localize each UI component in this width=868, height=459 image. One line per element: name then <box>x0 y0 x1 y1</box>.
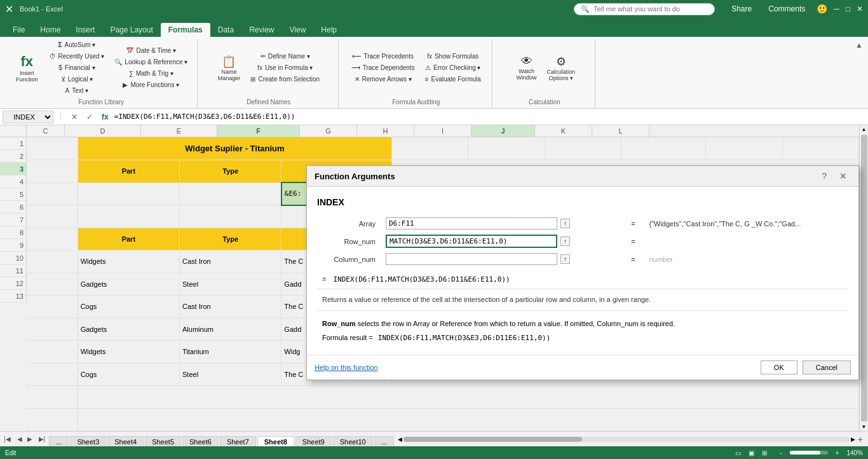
row-num-10[interactable]: 10 <box>0 252 27 264</box>
cell-e3[interactable] <box>180 182 281 205</box>
remove-arrows-button[interactable]: ✕ Remove Arrows ▾ <box>347 74 419 85</box>
cell-d10[interactable]: Widgets <box>78 341 179 364</box>
text-button[interactable]: A Text ▾ <box>45 85 109 96</box>
dialog-help-button[interactable]: ? <box>818 170 831 182</box>
tab-sheet8[interactable]: Sheet8 <box>257 436 294 447</box>
cell-d3[interactable] <box>78 182 179 205</box>
layout-normal-icon[interactable]: ▭ <box>735 449 741 456</box>
close-icon[interactable]: ✕ <box>857 4 863 13</box>
logical-button[interactable]: ⊻ Logical ▾ <box>45 74 109 85</box>
cell-d11[interactable]: Cogs <box>78 363 179 386</box>
cell-j1[interactable] <box>621 137 706 160</box>
cell-c5[interactable] <box>27 228 78 250</box>
recently-used-button[interactable]: ⏱ Recently Used ▾ <box>45 51 109 62</box>
cell-d12-rest[interactable] <box>78 386 858 409</box>
minimize-icon[interactable]: ─ <box>834 4 839 13</box>
tab-ellipsis-start[interactable]: ... <box>49 436 69 447</box>
tell-me-input[interactable] <box>593 5 708 13</box>
col-header-i[interactable]: I <box>414 125 471 137</box>
col-header-f[interactable]: F <box>217 125 300 137</box>
tab-sheet4[interactable]: Sheet4 <box>107 436 144 447</box>
cell-c11[interactable] <box>27 363 78 386</box>
tab-sheet5[interactable]: Sheet5 <box>145 436 181 447</box>
confirm-formula-button[interactable]: ✓ <box>83 111 96 123</box>
name-manager-button[interactable]: 📋 NameManager <box>213 50 245 86</box>
tab-help[interactable]: Help <box>313 23 344 37</box>
cell-d9[interactable]: Gadgets <box>78 318 179 341</box>
col-header-c[interactable]: C <box>27 125 65 137</box>
financial-button[interactable]: $ Financial ▾ <box>45 62 109 73</box>
cell-k1[interactable] <box>706 137 782 160</box>
col-header-k[interactable]: K <box>535 125 592 137</box>
zoom-plus[interactable]: + <box>836 449 839 456</box>
tab-formulas[interactable]: Formulas <box>161 23 210 37</box>
cell-d4[interactable] <box>78 205 179 228</box>
cell-e5[interactable]: Type <box>180 228 281 250</box>
col-header-j[interactable]: J <box>471 125 535 137</box>
formula-input[interactable] <box>114 113 865 121</box>
tab-home[interactable]: Home <box>32 23 68 37</box>
scroll-hthumb[interactable] <box>403 437 582 442</box>
use-in-formula-button[interactable]: fx Use in Formula ▾ <box>246 62 324 73</box>
cell-e10[interactable]: Titanium <box>180 341 281 364</box>
name-box[interactable]: INDEX <box>3 111 53 123</box>
row-num-9[interactable]: 9 <box>0 239 27 252</box>
tab-nav-first[interactable]: |◀ <box>0 434 15 444</box>
row-num-3[interactable]: 3 <box>0 163 27 175</box>
scroll-right-btn[interactable]: ▶ <box>851 436 855 442</box>
row-num-7[interactable]: 7 <box>0 214 27 226</box>
tell-me-search[interactable]: 🔍 <box>574 3 715 15</box>
cell-c12[interactable] <box>27 386 78 409</box>
tab-insert[interactable]: Insert <box>68 23 102 37</box>
error-checking-button[interactable]: ⚠ Error Checking ▾ <box>421 62 485 73</box>
trace-dependents-button[interactable]: ⟶ Trace Dependents <box>347 62 419 73</box>
row-num-13[interactable]: 13 <box>0 290 27 303</box>
cell-e2[interactable]: Type <box>180 160 281 183</box>
dialog-close-button[interactable]: ✕ <box>836 170 851 182</box>
tab-sheet3[interactable]: Sheet3 <box>70 436 106 447</box>
cancel-formula-button[interactable]: ✕ <box>68 111 81 123</box>
cell-c8[interactable] <box>27 296 78 319</box>
arg-array-input[interactable] <box>386 217 557 230</box>
scroll-down-btn[interactable]: ▼ <box>860 423 868 431</box>
col-header-g[interactable]: G <box>300 125 357 137</box>
maximize-icon[interactable]: □ <box>846 4 850 13</box>
arg-array-expand-button[interactable]: ↑ <box>560 219 570 228</box>
tab-page-layout[interactable]: Page Layout <box>102 23 160 37</box>
show-formulas-button[interactable]: fx Show Formulas <box>421 51 485 62</box>
insert-function-formula-button[interactable]: fx <box>98 111 112 123</box>
layout-page-icon[interactable]: ▣ <box>749 449 754 456</box>
tab-ellipsis-end[interactable]: ... <box>374 436 394 447</box>
col-header-h[interactable]: H <box>357 125 414 137</box>
row-num-8[interactable]: 8 <box>0 226 27 239</box>
cell-c4[interactable] <box>27 205 78 228</box>
scroll-thumb[interactable] <box>861 135 867 421</box>
tab-sheet10[interactable]: Sheet10 <box>333 436 373 447</box>
trace-precedents-button[interactable]: ⟵ Trace Precedents <box>347 51 419 62</box>
zoom-minus[interactable]: - <box>780 449 782 456</box>
tab-sheet9[interactable]: Sheet9 <box>295 436 332 447</box>
tab-sheet7[interactable]: Sheet7 <box>220 436 256 447</box>
lookup-reference-button[interactable]: 🔍 Lookup & Reference ▾ <box>110 57 192 67</box>
cell-d5[interactable]: Part <box>78 228 179 250</box>
more-functions-button[interactable]: ▶ More Functions ▾ <box>110 79 192 90</box>
tab-data[interactable]: Data <box>210 23 241 37</box>
row-num-6[interactable]: 6 <box>0 201 27 214</box>
dialog-cancel-button[interactable]: Cancel <box>803 360 851 374</box>
define-name-button[interactable]: ✏ Define Name ▾ <box>246 51 324 62</box>
cell-c1[interactable] <box>27 137 78 160</box>
cell-c3[interactable] <box>27 182 78 205</box>
arg-rownum-expand-button[interactable]: ↑ <box>560 236 570 246</box>
cell-c7[interactable] <box>27 273 78 296</box>
create-from-selection-button[interactable]: ⊞ Create from Selection <box>246 74 324 85</box>
row-num-12[interactable]: 12 <box>0 277 27 290</box>
tab-nav-last[interactable]: ▶| <box>35 434 50 444</box>
cell-d1-merged[interactable]: Widget Suplier - Titanium <box>78 137 391 160</box>
col-header-d[interactable]: D <box>65 125 141 137</box>
watch-window-button[interactable]: 👁 WatchWindow <box>511 50 543 86</box>
cell-g1[interactable] <box>392 137 468 160</box>
row-num-2[interactable]: 2 <box>0 150 27 163</box>
vertical-scrollbar[interactable]: ▲ ▼ <box>859 125 868 431</box>
cell-h1[interactable] <box>468 137 545 160</box>
cell-c2[interactable] <box>27 160 78 183</box>
